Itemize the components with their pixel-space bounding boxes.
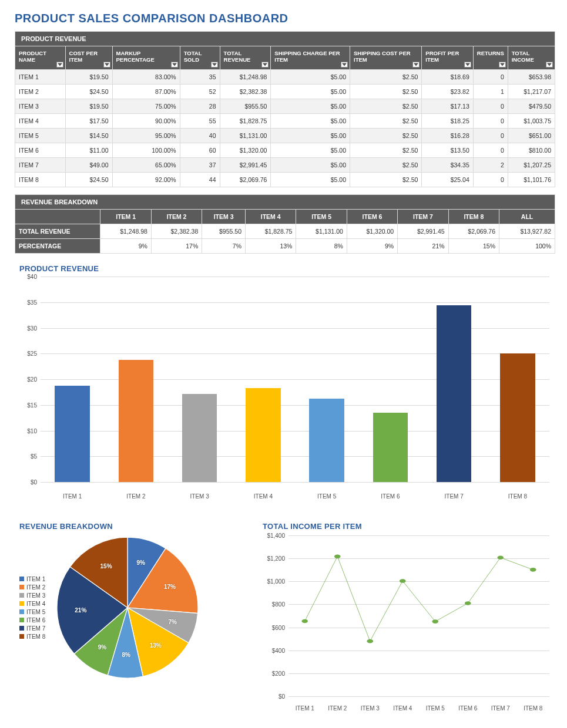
table-cell: $955.50: [202, 224, 246, 239]
filter-dropdown-icon[interactable]: [171, 62, 178, 68]
table-cell: $5.00: [271, 85, 350, 99]
breakdown-header: ITEM 7: [398, 210, 448, 224]
table-row: ITEM 5$14.5095.00%40$1,131.00$5.00$2.50$…: [15, 129, 555, 143]
table-cell: 90.00%: [112, 114, 180, 129]
legend-item: ITEM 3: [19, 592, 45, 599]
revenue-header-cell[interactable]: RETURNS: [473, 46, 508, 70]
pie-slice-label: 17%: [164, 584, 176, 590]
table-cell: $1,003.75: [508, 114, 555, 129]
legend-swatch: [19, 601, 24, 606]
breakdown-table: ITEM 1ITEM 2ITEM 3ITEM 4ITEM 5ITEM 6ITEM…: [15, 209, 555, 254]
table-cell: $19.50: [65, 99, 112, 114]
row-label: TOTAL REVENUE: [15, 224, 100, 239]
filter-dropdown-icon[interactable]: [546, 62, 553, 68]
table-cell: 1: [473, 85, 508, 99]
revenue-header-cell[interactable]: SHIPPING COST PER ITEM: [350, 46, 422, 70]
pie-legend: ITEM 1ITEM 2ITEM 3ITEM 4ITEM 5ITEM 6ITEM…: [19, 574, 45, 642]
table-cell: $1,320.00: [347, 224, 397, 239]
revenue-header-cell[interactable]: TOTAL REVENUE: [220, 46, 271, 70]
table-cell: $479.50: [508, 99, 555, 114]
filter-dropdown-icon[interactable]: [261, 62, 269, 68]
filter-dropdown-icon[interactable]: [412, 62, 420, 68]
table-cell: $19.50: [65, 70, 112, 85]
filter-dropdown-icon[interactable]: [464, 62, 471, 68]
legend-item: ITEM 1: [19, 576, 45, 582]
table-cell: 28: [180, 99, 220, 114]
table-cell: 0: [473, 114, 508, 129]
filter-dropdown-icon[interactable]: [103, 62, 110, 68]
table-cell: ITEM 7: [15, 158, 66, 173]
table-cell: 9%: [100, 239, 151, 254]
bar-chart-title: PRODUCT REVENUE: [19, 264, 555, 273]
line-point: [301, 619, 308, 623]
table-row: ITEM 3$19.5075.00%28$955.50$5.00$2.50$17…: [15, 99, 555, 114]
table-cell: 95.00%: [112, 129, 180, 143]
table-cell: ITEM 6: [15, 143, 66, 158]
table-cell: 37: [180, 158, 220, 173]
bar: [119, 360, 154, 482]
filter-dropdown-icon[interactable]: [56, 62, 63, 68]
table-cell: $25.04: [422, 173, 474, 187]
revenue-header-cell[interactable]: TOTAL INCOME: [508, 46, 555, 70]
filter-dropdown-icon[interactable]: [341, 62, 348, 68]
table-row: ITEM 2$24.5087.00%52$2,382.38$5.00$2.50$…: [15, 85, 555, 99]
filter-dropdown-icon[interactable]: [211, 62, 218, 68]
table-cell: $24.50: [65, 85, 112, 99]
line-point: [530, 568, 536, 572]
table-cell: $14.50: [65, 129, 112, 143]
table-cell: $5.00: [271, 99, 350, 114]
table-row: ITEM 4$17.5090.00%55$1,828.75$5.00$2.50$…: [15, 114, 555, 129]
table-cell: $653.98: [508, 70, 555, 85]
table-row: ITEM 6$11.00100.00%60$1,320.00$5.00$2.50…: [15, 143, 555, 158]
table-cell: ITEM 3: [15, 99, 66, 114]
table-cell: $16.28: [422, 129, 474, 143]
legend-label: ITEM 7: [26, 625, 45, 632]
table-cell: 0: [473, 70, 508, 85]
line-point: [367, 639, 373, 643]
table-cell: $2,991.45: [220, 158, 271, 173]
table-row: ITEM 1$19.5083.00%35$1,248.98$5.00$2.50$…: [15, 70, 555, 85]
line-point: [497, 555, 504, 560]
y-axis-label: $800: [258, 601, 285, 608]
table-cell: $13.50: [422, 143, 474, 158]
y-axis-label: $25: [17, 350, 37, 357]
y-axis-label: $0: [258, 693, 285, 700]
legend-swatch: [19, 634, 24, 639]
table-cell: $2.50: [350, 85, 422, 99]
y-axis-label: $0: [17, 479, 37, 486]
table-cell: 83.00%: [112, 70, 180, 85]
table-cell: $2,382.38: [220, 85, 271, 99]
table-cell: $23.82: [422, 85, 474, 99]
table-cell: $5.00: [271, 70, 350, 85]
revenue-header-cell[interactable]: PROFIT PER ITEM: [422, 46, 474, 70]
bar: [182, 394, 217, 482]
y-axis-label: $30: [17, 325, 37, 331]
table-cell: ITEM 4: [15, 114, 66, 129]
table-cell: 55: [180, 114, 220, 129]
x-axis-label: ITEM 3: [168, 493, 232, 500]
y-axis-label: $200: [258, 670, 285, 676]
table-cell: 0: [473, 173, 508, 187]
pie-slice-label: 21%: [75, 606, 86, 613]
legend-swatch: [19, 577, 24, 581]
pie-chart-title: REVENUE BREAKDOWN: [19, 522, 258, 531]
table-cell: $5.00: [271, 114, 350, 129]
table-cell: $810.00: [508, 143, 555, 158]
legend-label: ITEM 8: [26, 633, 45, 640]
legend-label: ITEM 6: [26, 617, 45, 623]
revenue-header-cell[interactable]: COST PER ITEM: [65, 46, 112, 70]
pie-slice-label: 15%: [100, 562, 112, 569]
revenue-header-cell[interactable]: PRODUCT NAME: [15, 46, 66, 70]
bar: [500, 353, 535, 482]
revenue-header-cell[interactable]: TOTAL SOLD: [180, 46, 220, 70]
table-cell: $2.50: [350, 70, 422, 85]
table-cell: $1,248.98: [220, 70, 271, 85]
legend-item: ITEM 7: [19, 625, 45, 632]
revenue-header-cell[interactable]: MARKUP PERCENTAGE: [112, 46, 180, 70]
revenue-header-cell[interactable]: SHIPPING CHARGE PER ITEM: [271, 46, 350, 70]
y-axis-label: $10: [17, 427, 37, 434]
table-cell: $18.25: [422, 114, 474, 129]
pie-chart: 9%17%7%13%8%9%21%15%: [54, 534, 201, 681]
y-axis-label: $600: [258, 624, 285, 631]
filter-dropdown-icon[interactable]: [499, 62, 506, 68]
